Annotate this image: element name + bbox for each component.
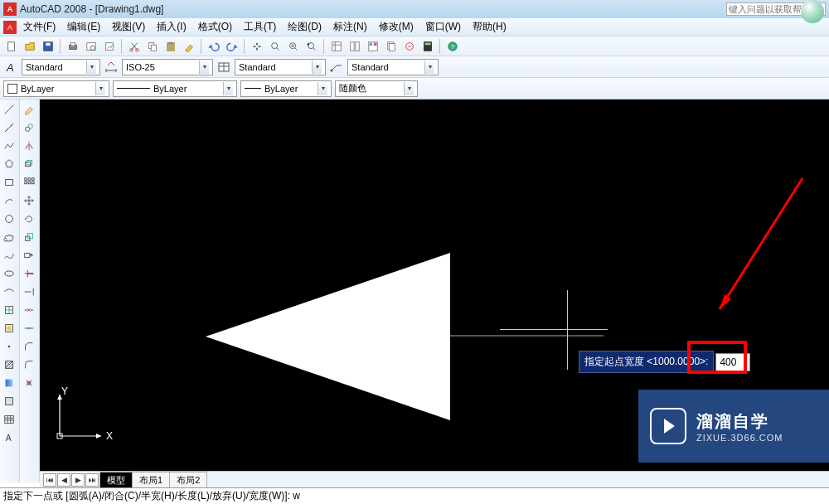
plotstyle-combo[interactable]: 随颜色 ▾ — [335, 80, 418, 97]
sheetset-icon[interactable] — [383, 38, 400, 55]
menu-tools[interactable]: 工具(T) — [239, 18, 281, 36]
region-icon[interactable] — [1, 393, 17, 410]
ellipsearc-icon[interactable] — [1, 284, 17, 300]
hatch-icon[interactable] — [1, 356, 17, 373]
table-icon[interactable] — [1, 411, 17, 428]
mirror-icon[interactable] — [21, 138, 37, 154]
gradient-icon[interactable] — [1, 375, 17, 391]
svg-point-14 — [272, 42, 278, 48]
zoom-realtime-icon[interactable] — [267, 38, 284, 55]
undo-icon[interactable] — [206, 38, 222, 55]
break-icon[interactable] — [21, 302, 37, 318]
line-icon[interactable] — [1, 101, 17, 118]
trim-icon[interactable] — [21, 265, 37, 282]
mleaderstyle-icon[interactable] — [329, 60, 344, 75]
plot-preview-icon[interactable] — [83, 38, 99, 55]
tab-next-icon[interactable]: ▶ — [71, 473, 85, 487]
tab-layout1[interactable]: 布局1 — [132, 472, 170, 488]
svg-text:?: ? — [451, 42, 455, 50]
insertblock-icon[interactable] — [1, 302, 17, 318]
rectangle-icon[interactable] — [1, 174, 17, 191]
menu-insert[interactable]: 插入(I) — [152, 18, 191, 36]
svg-point-32 — [331, 69, 333, 71]
matchprop-icon[interactable] — [181, 38, 197, 55]
copy-obj-icon[interactable] — [21, 119, 37, 136]
revcloud-icon[interactable] — [1, 229, 17, 245]
lineweight-combo[interactable]: ByLayer ▾ — [240, 80, 332, 97]
save-icon[interactable] — [40, 38, 56, 55]
scale-icon[interactable] — [21, 229, 37, 245]
menu-help[interactable]: 帮助(H) — [468, 18, 511, 36]
menu-view[interactable]: 视图(V) — [107, 18, 150, 36]
infocenter-orb[interactable] — [801, 0, 824, 23]
mleader-style-combo[interactable]: Standard▾ — [347, 59, 439, 75]
designcenter-icon[interactable] — [347, 38, 363, 55]
erase-icon[interactable] — [21, 101, 37, 118]
dim-style-combo[interactable]: ISO-25▾ — [122, 59, 213, 75]
tab-last-icon[interactable]: ⏭ — [85, 473, 99, 487]
offset-icon[interactable] — [21, 156, 37, 172]
menu-format[interactable]: 格式(O) — [193, 18, 237, 36]
help-icon[interactable]: ? — [444, 38, 461, 55]
join-icon[interactable] — [21, 320, 37, 337]
drawing-wrapper: X Y 指定起点宽度 <1000.0000>: 400 溜溜自学 ZIXUE. — [40, 99, 829, 482]
quickcalc-icon[interactable] — [419, 38, 436, 55]
chevron-down-icon: ▾ — [95, 82, 105, 95]
redo-icon[interactable] — [224, 38, 240, 55]
menu-file[interactable]: 文件(F) — [18, 18, 61, 36]
markup-icon[interactable] — [401, 38, 418, 55]
move-icon[interactable] — [21, 192, 37, 209]
text-style-combo[interactable]: Standard▾ — [22, 59, 100, 75]
textstyle-icon[interactable]: A — [3, 60, 18, 75]
circle-icon[interactable] — [1, 211, 17, 227]
open-icon[interactable] — [22, 38, 38, 55]
explode-icon[interactable] — [21, 375, 37, 391]
zoom-previous-icon[interactable] — [303, 38, 320, 55]
pline-icon[interactable] — [1, 138, 17, 154]
cut-icon[interactable] — [126, 38, 143, 55]
tab-first-icon[interactable]: ⏮ — [43, 473, 56, 487]
publish-icon[interactable] — [101, 38, 118, 55]
array-icon[interactable] — [21, 174, 37, 191]
tablestyle-icon[interactable] — [216, 60, 231, 75]
paste-icon[interactable] — [162, 38, 179, 55]
dimstyle-icon[interactable] — [104, 60, 119, 75]
properties-icon[interactable] — [328, 38, 345, 55]
rotate-icon[interactable] — [21, 211, 37, 227]
mtext-icon[interactable]: A — [1, 429, 17, 446]
copy-icon[interactable] — [144, 38, 161, 55]
tab-model[interactable]: 模型 — [99, 472, 133, 488]
tab-prev-icon[interactable]: ◀ — [57, 473, 70, 487]
new-icon[interactable] — [3, 38, 20, 55]
makeblock-icon[interactable] — [1, 320, 17, 337]
menu-modify[interactable]: 修改(M) — [374, 18, 419, 36]
svg-rect-54 — [25, 182, 27, 184]
spline-icon[interactable] — [1, 247, 17, 264]
chamfer-icon[interactable] — [21, 338, 37, 355]
polygon-icon[interactable] — [1, 156, 17, 172]
drawing-canvas[interactable]: X Y 指定起点宽度 <1000.0000>: 400 溜溜自学 ZIXUE. — [40, 99, 829, 482]
fillet-icon[interactable] — [21, 356, 37, 373]
point-icon[interactable] — [1, 338, 17, 355]
stretch-icon[interactable] — [21, 247, 37, 264]
menu-window[interactable]: 窗口(W) — [420, 18, 466, 36]
xline-icon[interactable] — [1, 119, 17, 136]
app-icon: A — [3, 2, 17, 16]
table-style-combo[interactable]: Standard▾ — [235, 59, 326, 75]
command-line[interactable]: 指定下一点或 [圆弧(A)/闭合(C)/半宽(H)/长度(L)/放弃(U)/宽度… — [0, 487, 829, 504]
tab-layout2[interactable]: 布局2 — [169, 472, 207, 488]
extend-icon[interactable] — [21, 284, 37, 300]
color-combo[interactable]: ByLayer ▾ — [3, 80, 109, 97]
menu-draw[interactable]: 绘图(D) — [283, 18, 327, 36]
linetype-combo[interactable]: ByLayer ▾ — [113, 80, 237, 97]
menu-edit[interactable]: 编辑(E) — [62, 18, 105, 36]
zoom-window-icon[interactable] — [285, 38, 302, 55]
app-icon-small: A — [3, 21, 17, 34]
ellipse-icon[interactable] — [1, 265, 17, 282]
svg-rect-40 — [7, 326, 11, 330]
print-icon[interactable] — [65, 38, 81, 55]
pan-icon[interactable] — [249, 38, 265, 55]
arc-icon[interactable] — [1, 192, 17, 209]
toolpalettes-icon[interactable] — [365, 38, 381, 55]
menu-dimension[interactable]: 标注(N) — [328, 18, 372, 36]
